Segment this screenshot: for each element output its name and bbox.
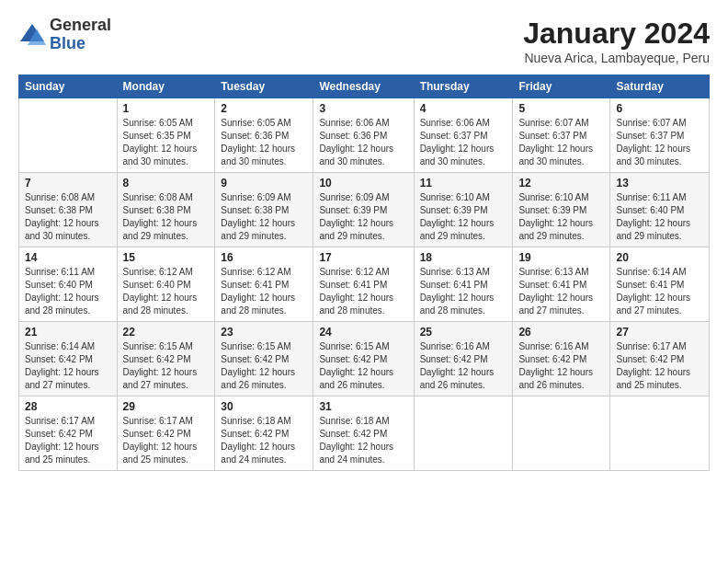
week-row-3: 14Sunrise: 6:11 AM Sunset: 6:40 PM Dayli…: [19, 247, 710, 322]
day-cell: 16Sunrise: 6:12 AM Sunset: 6:41 PM Dayli…: [215, 247, 313, 322]
day-number: 3: [319, 102, 407, 115]
day-info: Sunrise: 6:12 AM Sunset: 6:41 PM Dayligh…: [221, 266, 307, 317]
day-number: 10: [319, 177, 407, 190]
day-number: 27: [616, 326, 703, 339]
day-cell: 25Sunrise: 6:16 AM Sunset: 6:42 PM Dayli…: [414, 322, 513, 396]
day-cell: [414, 396, 513, 471]
day-info: Sunrise: 6:15 AM Sunset: 6:42 PM Dayligh…: [123, 340, 210, 392]
day-number: 18: [420, 251, 507, 264]
day-info: Sunrise: 6:17 AM Sunset: 6:42 PM Dayligh…: [25, 415, 111, 466]
day-cell: 29Sunrise: 6:17 AM Sunset: 6:42 PM Dayli…: [117, 396, 215, 471]
day-number: 13: [616, 177, 703, 190]
day-number: 24: [319, 326, 407, 339]
day-cell: 26Sunrise: 6:16 AM Sunset: 6:42 PM Dayli…: [513, 322, 610, 396]
day-info: Sunrise: 6:13 AM Sunset: 6:41 PM Dayligh…: [420, 266, 507, 317]
day-number: 25: [420, 326, 507, 339]
day-number: 2: [221, 102, 307, 115]
week-row-2: 7Sunrise: 6:08 AM Sunset: 6:38 PM Daylig…: [19, 173, 710, 247]
day-number: 29: [123, 400, 210, 413]
location-subtitle: Nueva Arica, Lambayeque, Peru: [523, 51, 710, 65]
day-cell: 30Sunrise: 6:18 AM Sunset: 6:42 PM Dayli…: [215, 396, 313, 471]
day-number: 7: [25, 177, 111, 190]
calendar-table: Sunday Monday Tuesday Wednesday Thursday…: [18, 75, 710, 471]
day-cell: 3Sunrise: 6:06 AM Sunset: 6:36 PM Daylig…: [313, 98, 414, 173]
day-info: Sunrise: 6:06 AM Sunset: 6:36 PM Dayligh…: [319, 117, 407, 168]
day-info: Sunrise: 6:11 AM Sunset: 6:40 PM Dayligh…: [25, 266, 111, 317]
logo: General Blue: [18, 17, 111, 53]
day-cell: 15Sunrise: 6:12 AM Sunset: 6:40 PM Dayli…: [117, 247, 215, 322]
header-tuesday: Tuesday: [215, 75, 313, 98]
day-cell: 5Sunrise: 6:07 AM Sunset: 6:37 PM Daylig…: [513, 98, 610, 173]
day-info: Sunrise: 6:13 AM Sunset: 6:41 PM Dayligh…: [518, 266, 604, 317]
day-number: 16: [221, 251, 307, 264]
day-cell: 31Sunrise: 6:18 AM Sunset: 6:42 PM Dayli…: [313, 396, 414, 471]
day-info: Sunrise: 6:17 AM Sunset: 6:42 PM Dayligh…: [616, 340, 703, 392]
day-info: Sunrise: 6:15 AM Sunset: 6:42 PM Dayligh…: [319, 340, 407, 392]
day-info: Sunrise: 6:09 AM Sunset: 6:38 PM Dayligh…: [221, 191, 307, 243]
day-cell: 20Sunrise: 6:14 AM Sunset: 6:41 PM Dayli…: [610, 247, 710, 322]
day-number: 26: [518, 326, 604, 339]
day-info: Sunrise: 6:06 AM Sunset: 6:37 PM Dayligh…: [420, 117, 507, 168]
day-number: 4: [420, 102, 507, 115]
week-row-1: 1Sunrise: 6:05 AM Sunset: 6:35 PM Daylig…: [19, 98, 710, 173]
week-row-4: 21Sunrise: 6:14 AM Sunset: 6:42 PM Dayli…: [19, 322, 710, 396]
day-number: 15: [123, 251, 210, 264]
day-number: 9: [221, 177, 307, 190]
day-number: 1: [123, 102, 210, 115]
day-number: 22: [123, 326, 210, 339]
logo-icon: [18, 21, 46, 49]
day-info: Sunrise: 6:07 AM Sunset: 6:37 PM Dayligh…: [518, 117, 604, 168]
day-number: 6: [616, 102, 703, 115]
day-info: Sunrise: 6:05 AM Sunset: 6:35 PM Dayligh…: [123, 117, 210, 168]
day-number: 5: [518, 102, 604, 115]
day-cell: 17Sunrise: 6:12 AM Sunset: 6:41 PM Dayli…: [313, 247, 414, 322]
day-cell: [19, 98, 118, 173]
day-info: Sunrise: 6:12 AM Sunset: 6:41 PM Dayligh…: [319, 266, 407, 317]
title-area: January 2024 Nueva Arica, Lambayeque, Pe…: [523, 17, 710, 65]
day-number: 14: [25, 251, 111, 264]
month-title: January 2024: [523, 17, 710, 51]
day-info: Sunrise: 6:10 AM Sunset: 6:39 PM Dayligh…: [518, 191, 604, 243]
header-friday: Friday: [513, 75, 610, 98]
header-monday: Monday: [117, 75, 215, 98]
day-cell: 22Sunrise: 6:15 AM Sunset: 6:42 PM Dayli…: [117, 322, 215, 396]
day-cell: 2Sunrise: 6:05 AM Sunset: 6:36 PM Daylig…: [215, 98, 313, 173]
day-info: Sunrise: 6:11 AM Sunset: 6:40 PM Dayligh…: [616, 191, 703, 243]
day-cell: 4Sunrise: 6:06 AM Sunset: 6:37 PM Daylig…: [414, 98, 513, 173]
day-number: 21: [25, 326, 111, 339]
day-number: 30: [221, 400, 307, 413]
day-cell: 12Sunrise: 6:10 AM Sunset: 6:39 PM Dayli…: [513, 173, 610, 247]
day-info: Sunrise: 6:07 AM Sunset: 6:37 PM Dayligh…: [616, 117, 703, 168]
day-cell: 11Sunrise: 6:10 AM Sunset: 6:39 PM Dayli…: [414, 173, 513, 247]
day-cell: 9Sunrise: 6:09 AM Sunset: 6:38 PM Daylig…: [215, 173, 313, 247]
logo-blue-text: Blue: [50, 35, 111, 53]
day-info: Sunrise: 6:08 AM Sunset: 6:38 PM Dayligh…: [25, 191, 111, 243]
day-cell: 7Sunrise: 6:08 AM Sunset: 6:38 PM Daylig…: [19, 173, 118, 247]
header-thursday: Thursday: [414, 75, 513, 98]
header-sunday: Sunday: [19, 75, 118, 98]
day-cell: 18Sunrise: 6:13 AM Sunset: 6:41 PM Dayli…: [414, 247, 513, 322]
day-info: Sunrise: 6:09 AM Sunset: 6:39 PM Dayligh…: [319, 191, 407, 243]
day-cell: 6Sunrise: 6:07 AM Sunset: 6:37 PM Daylig…: [610, 98, 710, 173]
day-info: Sunrise: 6:16 AM Sunset: 6:42 PM Dayligh…: [420, 340, 507, 392]
day-info: Sunrise: 6:17 AM Sunset: 6:42 PM Dayligh…: [123, 415, 210, 466]
day-info: Sunrise: 6:05 AM Sunset: 6:36 PM Dayligh…: [221, 117, 307, 168]
day-cell: [610, 396, 710, 471]
day-number: 8: [123, 177, 210, 190]
day-number: 31: [319, 400, 407, 413]
day-cell: 23Sunrise: 6:15 AM Sunset: 6:42 PM Dayli…: [215, 322, 313, 396]
logo-general-text: General: [50, 17, 111, 35]
day-info: Sunrise: 6:12 AM Sunset: 6:40 PM Dayligh…: [123, 266, 210, 317]
day-info: Sunrise: 6:14 AM Sunset: 6:42 PM Dayligh…: [25, 340, 111, 392]
day-cell: 21Sunrise: 6:14 AM Sunset: 6:42 PM Dayli…: [19, 322, 118, 396]
day-cell: [513, 396, 610, 471]
day-info: Sunrise: 6:08 AM Sunset: 6:38 PM Dayligh…: [123, 191, 210, 243]
day-info: Sunrise: 6:14 AM Sunset: 6:41 PM Dayligh…: [616, 266, 703, 317]
day-cell: 19Sunrise: 6:13 AM Sunset: 6:41 PM Dayli…: [513, 247, 610, 322]
header-saturday: Saturday: [610, 75, 710, 98]
logo-text: General Blue: [50, 17, 111, 53]
day-info: Sunrise: 6:18 AM Sunset: 6:42 PM Dayligh…: [319, 415, 407, 466]
day-number: 19: [518, 251, 604, 264]
day-cell: 10Sunrise: 6:09 AM Sunset: 6:39 PM Dayli…: [313, 173, 414, 247]
page: General Blue January 2024 Nueva Arica, L…: [0, 0, 728, 563]
